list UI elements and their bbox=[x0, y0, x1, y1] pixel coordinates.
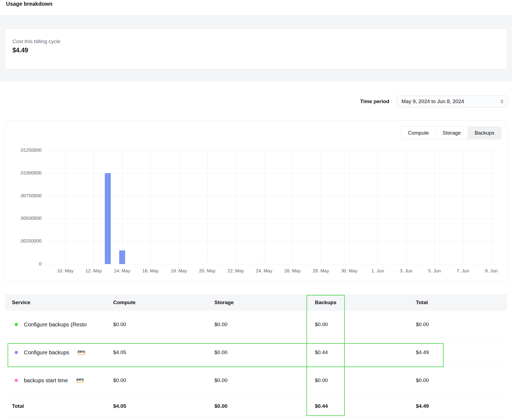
x-axis-tick: 30. May bbox=[341, 268, 357, 274]
table-row: Configure backups aws $4.05 $0.00 $0.44 … bbox=[5, 339, 507, 367]
chart-y-axis: .01250000.01000000.00750000.00500000.002… bbox=[5, 150, 42, 264]
usage-table: Service Compute Storage Backups Total Co… bbox=[5, 294, 507, 418]
select-chevrons-icon bbox=[500, 99, 504, 104]
total-backups: $0.44 bbox=[315, 403, 416, 409]
x-axis-tick: 22. May bbox=[227, 268, 244, 274]
col-header-total: Total bbox=[416, 300, 507, 306]
v-gridline bbox=[406, 150, 406, 264]
cell-storage: $0.00 bbox=[214, 349, 315, 355]
time-period-label: Time period bbox=[360, 98, 389, 104]
x-axis-tick: 28. May bbox=[313, 268, 329, 274]
x-axis-tick: 16. May bbox=[142, 268, 159, 274]
series-dot bbox=[15, 351, 18, 354]
service-name: Configure backups (Resto bbox=[24, 322, 87, 328]
service-name: backups start time bbox=[24, 377, 68, 384]
cell-total: $4.49 bbox=[416, 349, 507, 355]
service-name: Configure backups bbox=[24, 349, 69, 356]
time-period-select[interactable]: May 9, 2024 to Jun 8, 2024 bbox=[396, 96, 508, 107]
table-header: Service Compute Storage Backups Total bbox=[5, 294, 507, 311]
time-period-row: Time period May 9, 2024 to Jun 8, 2024 bbox=[360, 96, 508, 107]
service-cell: backups start time aws bbox=[5, 377, 113, 384]
h-gridline bbox=[46, 196, 498, 196]
v-gridline bbox=[321, 150, 321, 264]
page-title: Usage breakdown bbox=[6, 1, 52, 7]
total-total: $4.49 bbox=[416, 403, 507, 409]
v-gridline bbox=[236, 150, 236, 264]
cost-cycle-label: Cost this billing cycle bbox=[12, 39, 60, 44]
table-row: backups start time aws $0.00 $0.00 $0.00… bbox=[5, 367, 507, 394]
total-storage: $0.00 bbox=[214, 403, 315, 409]
col-header-backups: Backups bbox=[315, 300, 416, 306]
total-label: Total bbox=[5, 403, 113, 409]
cell-compute: $0.00 bbox=[113, 377, 214, 383]
x-axis-tick: 14. May bbox=[114, 268, 130, 274]
h-gridline bbox=[46, 173, 498, 173]
x-axis-tick: 10. May bbox=[57, 268, 73, 274]
billing-summary-band: Cost this billing cycle $4.49 bbox=[0, 15, 512, 81]
v-gridline bbox=[349, 150, 350, 264]
x-axis-tick: 5. Jun bbox=[428, 268, 441, 274]
v-gridline bbox=[122, 150, 122, 264]
aws-logo-text: aws bbox=[78, 349, 85, 353]
cell-total: $0.00 bbox=[416, 377, 507, 383]
time-period-value: May 9, 2024 to Jun 8, 2024 bbox=[402, 98, 464, 104]
aws-logo: aws bbox=[77, 349, 86, 355]
y-axis-tick: .01250000 bbox=[5, 148, 42, 153]
v-gridline bbox=[94, 150, 94, 264]
v-gridline bbox=[65, 150, 66, 264]
series-dot bbox=[15, 323, 18, 326]
billing-cost-card: Cost this billing cycle $4.49 bbox=[5, 28, 507, 69]
tab-compute[interactable]: Compute bbox=[401, 127, 435, 139]
col-header-service: Service bbox=[5, 300, 113, 306]
service-cell: Configure backups (Resto bbox=[5, 322, 113, 328]
x-axis-tick: 24. May bbox=[256, 268, 272, 274]
tab-backups[interactable]: Backups bbox=[467, 127, 501, 139]
chart-bar bbox=[119, 250, 125, 264]
cell-backups: $0.00 bbox=[315, 322, 416, 327]
aws-logo-text: aws bbox=[76, 377, 84, 381]
service-cell: Configure backups aws bbox=[5, 349, 113, 356]
v-gridline bbox=[179, 150, 179, 264]
v-gridline bbox=[491, 150, 492, 264]
cell-storage: $0.00 bbox=[214, 322, 315, 327]
tab-storage[interactable]: Storage bbox=[436, 127, 468, 139]
h-gridline bbox=[46, 264, 498, 264]
usage-chart-card: Compute Storage Backups .01250000.010000… bbox=[5, 120, 507, 282]
h-gridline bbox=[46, 150, 498, 151]
col-header-compute: Compute bbox=[113, 300, 214, 306]
v-gridline bbox=[150, 150, 151, 264]
series-dot bbox=[15, 379, 18, 382]
chart-metric-tabs: Compute Storage Backups bbox=[401, 126, 501, 139]
table-row: Configure backups (Resto $0.00 $0.00 $0.… bbox=[5, 311, 507, 339]
y-axis-tick: .01000000 bbox=[5, 170, 42, 176]
x-axis-tick: 26. May bbox=[284, 268, 301, 274]
x-axis-tick: 1. Jun bbox=[371, 268, 384, 274]
y-axis-tick: .00750000 bbox=[5, 193, 42, 199]
x-axis-tick: 3. Jun bbox=[400, 268, 412, 274]
v-gridline bbox=[434, 150, 435, 264]
x-axis-tick: 12. May bbox=[86, 268, 102, 274]
chart-plot bbox=[46, 150, 498, 264]
x-axis-tick: 18. May bbox=[171, 268, 187, 274]
h-gridline bbox=[46, 241, 498, 241]
v-gridline bbox=[378, 150, 378, 264]
x-axis-tick: 9. Jun bbox=[485, 268, 498, 274]
aws-logo: aws bbox=[76, 377, 84, 383]
cell-storage: $0.00 bbox=[214, 377, 315, 383]
y-axis-tick: .00500000 bbox=[5, 216, 42, 221]
chart-bar bbox=[105, 173, 111, 264]
h-gridline bbox=[46, 218, 498, 219]
v-gridline bbox=[264, 150, 264, 264]
x-axis-tick: 20. May bbox=[199, 268, 215, 274]
aws-smile-icon bbox=[77, 353, 86, 355]
y-axis-tick: .00250000 bbox=[5, 238, 42, 244]
v-gridline bbox=[463, 150, 463, 264]
chart-x-axis: 10. May12. May14. May16. May18. May20. M… bbox=[46, 268, 498, 276]
col-header-storage: Storage bbox=[214, 300, 315, 306]
cost-cycle-value: $4.49 bbox=[12, 47, 28, 54]
x-axis-tick: 7. Jun bbox=[457, 268, 469, 274]
total-compute: $4.05 bbox=[113, 403, 214, 409]
cell-backups: $0.00 bbox=[315, 377, 416, 383]
y-axis-tick: 0 bbox=[5, 261, 42, 267]
cell-compute: $0.00 bbox=[113, 322, 214, 327]
